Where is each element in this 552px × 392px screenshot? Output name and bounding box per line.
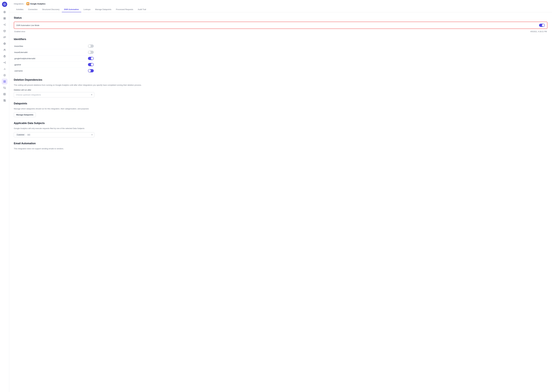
- svg-point-12: [5, 24, 6, 24]
- tab-manage-datapoints[interactable]: Manage Datapoints: [93, 7, 114, 12]
- deletion-dependencies-section: Deletion Dependencies This setting will …: [14, 78, 547, 98]
- data-subjects-chips: Customer +2: [16, 133, 30, 136]
- svg-rect-42: [4, 100, 4, 101]
- data-subjects-section: Applicable Data Subjects Google Analytic…: [14, 122, 547, 137]
- identifier-label-username: username: [14, 70, 23, 72]
- identifiers-title: Identifiers: [14, 38, 547, 41]
- identifier-row-braze-alias: brazeAlias: [14, 43, 94, 49]
- sidebar-item-settings2[interactable]: [2, 98, 7, 103]
- sidebar-item-dashboard[interactable]: [2, 15, 7, 21]
- breadcrumb-current-label: Google Analytics: [30, 3, 45, 5]
- sidebar-item-box[interactable]: [2, 28, 7, 34]
- identifiers-list: brazeAlias brazeExternalId googleAnalyti…: [14, 43, 94, 74]
- main-content: Integrations › 📊 Google Analytics Activi…: [9, 0, 552, 392]
- tab-dsr-automation[interactable]: DSR Automation: [62, 7, 81, 12]
- identifier-label-braze-external: brazeExternalId: [14, 51, 28, 53]
- svg-rect-43: [5, 99, 6, 101]
- svg-point-1: [4, 4, 5, 5]
- svg-rect-34: [4, 82, 4, 83]
- svg-point-23: [4, 49, 5, 50]
- datapoints-section: Datapoints Manage which datapoints shoul…: [14, 102, 547, 117]
- identifier-row-username: username: [14, 68, 94, 74]
- sidebar-item-table[interactable]: [2, 91, 7, 97]
- svg-point-24: [5, 49, 5, 50]
- identifier-toggle-gpadvid[interactable]: [88, 63, 94, 66]
- svg-point-30: [4, 74, 6, 76]
- svg-point-27: [4, 63, 4, 63]
- identifier-label-braze-alias: brazeAlias: [14, 45, 23, 47]
- identifier-toggle-username[interactable]: [88, 69, 94, 72]
- svg-point-31: [4, 75, 5, 76]
- svg-point-3: [4, 12, 5, 13]
- identifier-row-ga-internal: googleAnalyticsInternalId: [14, 56, 94, 62]
- email-automation-title: Email Automation: [14, 142, 547, 145]
- tab-processed-requests[interactable]: Processed Requests: [114, 7, 135, 12]
- datapoints-title: Datapoints: [14, 102, 547, 105]
- email-automation-section: Email Automation This integration does n…: [14, 142, 547, 150]
- content-area: Status DSR Automation Live Mode Enabled …: [9, 12, 552, 392]
- tab-lookups[interactable]: Lookups: [81, 7, 93, 12]
- data-subjects-title: Applicable Data Subjects: [14, 122, 547, 125]
- svg-rect-19: [5, 36, 6, 38]
- identifiers-section: Identifiers brazeAlias brazeExternalId g…: [14, 38, 547, 74]
- sidebar-item-workflow[interactable]: [2, 60, 7, 65]
- manage-datapoints-button[interactable]: Manage Datapoints: [14, 112, 36, 117]
- additional-count-chip: +2: [27, 134, 30, 136]
- svg-line-16: [4, 25, 5, 25]
- breadcrumb-parent[interactable]: Integrations: [14, 3, 24, 5]
- svg-rect-11: [5, 19, 6, 19]
- svg-rect-33: [5, 81, 6, 81]
- sidebar-item-users[interactable]: [2, 47, 7, 53]
- sidebar-item-connections[interactable]: [2, 22, 7, 28]
- email-automation-description: This integration does not support sendin…: [14, 147, 547, 150]
- identifier-label-ga-internal: googleAnalyticsInternalId: [14, 57, 35, 60]
- svg-rect-41: [4, 99, 4, 100]
- sidebar-item-integrations[interactable]: [2, 79, 7, 84]
- enabled-since-label: Enabled since: [14, 31, 25, 33]
- data-subjects-select[interactable]: Customer +2 ▾: [14, 132, 94, 137]
- sidebar-item-eye[interactable]: [2, 72, 7, 78]
- data-subjects-chevron-icon: ▾: [92, 134, 92, 136]
- tab-activities[interactable]: Activities: [14, 7, 26, 12]
- tab-structured-discovery[interactable]: Structured Discovery: [40, 7, 62, 12]
- svg-rect-10: [4, 19, 4, 19]
- dsr-live-mode-toggle[interactable]: [539, 24, 545, 27]
- chevron-down-icon: ▾: [91, 94, 92, 96]
- svg-rect-8: [4, 17, 4, 18]
- svg-point-28: [5, 62, 6, 62]
- svg-point-29: [5, 63, 6, 63]
- google-analytics-icon: 📊: [26, 2, 29, 5]
- dsr-live-mode-label: DSR Automation Live Mode: [16, 24, 39, 26]
- customer-chip: Customer: [16, 133, 25, 136]
- identifier-row-braze-external: brazeExternalId: [14, 49, 94, 56]
- data-subjects-description: Google Analytics will only execute reque…: [14, 127, 547, 130]
- upstream-integrations-placeholder: Choose upstream integrations: [16, 94, 41, 96]
- tab-bar: Activities Connection Structured Discove…: [14, 7, 547, 12]
- sidebar-item-globe[interactable]: [2, 41, 7, 47]
- sidebar-item-reports[interactable]: [2, 66, 7, 72]
- sidebar-item-person[interactable]: [2, 53, 7, 59]
- tab-connection[interactable]: Connection: [26, 7, 40, 12]
- sidebar-item-cube[interactable]: [2, 35, 7, 40]
- upstream-integrations-select[interactable]: Choose upstream integrations ▾: [14, 92, 94, 98]
- enabled-since-value: 4/5/2021, 4:18:21 PM: [530, 31, 547, 33]
- sidebar-item-home[interactable]: [2, 9, 7, 15]
- enabled-since-row: Enabled since 4/5/2021, 4:18:21 PM: [14, 30, 547, 33]
- breadcrumb: Integrations › 📊 Google Analytics: [14, 2, 547, 5]
- header: Integrations › 📊 Google Analytics Activi…: [9, 0, 552, 12]
- breadcrumb-separator: ›: [25, 3, 25, 5]
- identifier-toggle-ga-internal[interactable]: [88, 57, 94, 60]
- svg-rect-44: [5, 101, 6, 101]
- status-title: Status: [14, 16, 547, 19]
- deletion-dependencies-title: Deletion Dependencies: [14, 78, 547, 81]
- svg-rect-37: [4, 93, 6, 95]
- svg-rect-35: [5, 82, 6, 83]
- identifier-toggle-braze-external[interactable]: [88, 51, 94, 54]
- svg-rect-9: [5, 17, 6, 18]
- deletion-field-label: Deletion will run after: [14, 89, 547, 91]
- app-logo[interactable]: [2, 2, 7, 7]
- identifier-toggle-braze-alias[interactable]: [88, 44, 94, 48]
- tab-audit-trail[interactable]: Audit Trail: [135, 7, 148, 12]
- svg-point-14: [5, 25, 6, 26]
- sidebar-item-eye-slash[interactable]: [2, 85, 7, 91]
